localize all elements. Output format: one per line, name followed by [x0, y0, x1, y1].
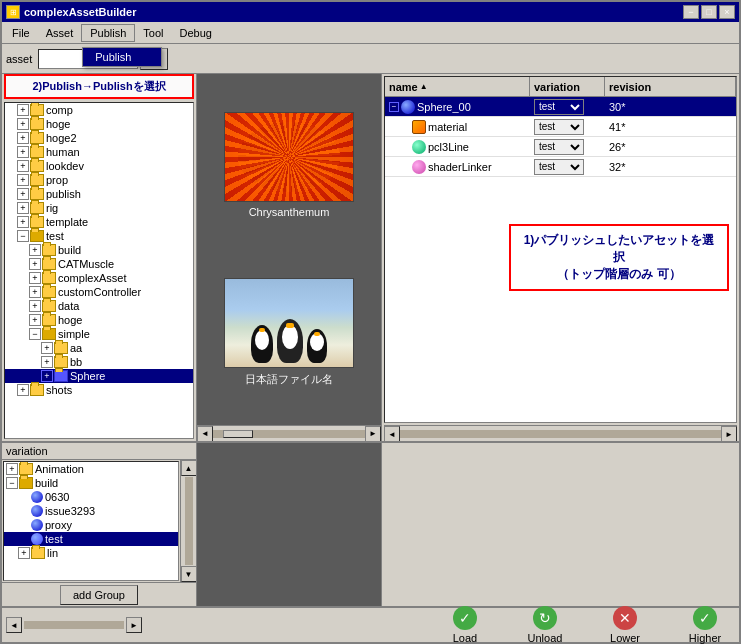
annotation-left: 2)Publish→Publishを選択 [4, 74, 194, 99]
center-scrollbar-h: ◄ ► [197, 425, 381, 441]
table-header: name ▲ variation revision [385, 77, 736, 97]
var-node-lin[interactable]: + lin [4, 546, 178, 560]
var-node-animation[interactable]: + Animation [4, 462, 178, 476]
variation-tree: + Animation − build [3, 461, 179, 581]
variation-scrollbar-v: ▲ ▼ [180, 460, 196, 582]
variation-select-sphere00[interactable]: test [534, 99, 584, 115]
menu-tool[interactable]: Tool [135, 25, 171, 41]
x-icon: ✕ [613, 606, 637, 630]
menu-file[interactable]: File [4, 25, 38, 41]
tree-node-simple[interactable]: − simple [5, 327, 193, 341]
window-title: complexAssetBuilder [24, 6, 136, 18]
var-scroll-up[interactable]: ▲ [181, 460, 197, 476]
tree-node-shots[interactable]: + shots [5, 383, 193, 397]
menu-publish[interactable]: Publish Publish [81, 24, 135, 42]
load-action[interactable]: ✓ Load [435, 606, 495, 644]
tree-node-hoge2[interactable]: + hoge2 [5, 131, 193, 145]
var-node-build[interactable]: − build [4, 476, 178, 490]
thumbnail-penguins [224, 278, 354, 368]
var-scroll-down[interactable]: ▼ [181, 566, 197, 582]
table-row-material[interactable]: material test 41* [385, 117, 736, 137]
lower-action[interactable]: ✕ Lower [595, 606, 655, 644]
tree-node-hoge[interactable]: + hoge [5, 117, 193, 131]
annotation-right: 1)パブリッシュしたいアセットを選択 （トップ階層のみ 可） [509, 224, 729, 291]
tree-node-test[interactable]: − test [5, 229, 193, 243]
tree-node-catmuscle[interactable]: + CATMuscle [5, 257, 193, 271]
table-row-shaderlinker[interactable]: shaderLinker test 32* [385, 157, 736, 177]
bottom-scroll-right[interactable]: ► [126, 617, 142, 633]
title-bar: ⊞ complexAssetBuilder − □ × [2, 2, 739, 22]
add-group-button[interactable]: add Group [60, 585, 138, 605]
tree-node-rig[interactable]: + rig [5, 201, 193, 215]
check-icon-2: ✓ [693, 606, 717, 630]
variation-select-pcl3line[interactable]: test [534, 139, 584, 155]
variation-panel-header: variation [2, 443, 196, 460]
scroll-track-h[interactable] [213, 430, 365, 438]
higher-action[interactable]: ✓ Higher [675, 606, 735, 644]
var-node-proxy[interactable]: proxy [4, 518, 178, 532]
tree-node-sphere[interactable]: + Sphere [5, 369, 193, 383]
check-icon: ✓ [453, 606, 477, 630]
scroll-right-btn[interactable]: ► [365, 426, 381, 442]
tree-node-lookdev[interactable]: + lookdev [5, 159, 193, 173]
tree-node-hoge-sub[interactable]: + hoge [5, 313, 193, 327]
menu-asset[interactable]: Asset [38, 25, 82, 41]
variation-select-material[interactable]: test [534, 119, 584, 135]
toolbar-asset-label: asset [6, 53, 32, 65]
publish-dropdown: Publish [82, 47, 162, 67]
tree-node-comp[interactable]: + comp [5, 103, 193, 117]
tree-node-aa[interactable]: + aa [5, 341, 193, 355]
image-panel: Chrysanthemum [197, 74, 381, 425]
higher-label: Higher [689, 632, 721, 644]
var-node-issue3293[interactable]: issue3293 [4, 504, 178, 518]
unload-label: Unload [528, 632, 563, 644]
maximize-button[interactable]: □ [701, 5, 717, 19]
menu-debug[interactable]: Debug [172, 25, 220, 41]
var-node-test[interactable]: test [4, 532, 178, 546]
app-icon: ⊞ [6, 5, 20, 19]
chrysanthemum-label: Chrysanthemum [249, 206, 330, 218]
tree-node-human[interactable]: + human [5, 145, 193, 159]
var-node-0630[interactable]: 0630 [4, 490, 178, 504]
th-revision[interactable]: revision [605, 77, 736, 96]
right-scroll-left[interactable]: ◄ [384, 426, 400, 441]
add-group-bar: add Group [2, 582, 196, 606]
scroll-left-btn[interactable]: ◄ [197, 426, 213, 442]
penguins-label: 日本語ファイル名 [245, 372, 333, 387]
var-scroll-track[interactable] [185, 477, 193, 565]
tree-node-build[interactable]: + build [5, 243, 193, 257]
close-button[interactable]: × [719, 5, 735, 19]
tree-node-complexasset[interactable]: + complexAsset [5, 271, 193, 285]
minimize-button[interactable]: − [683, 5, 699, 19]
right-scroll-right[interactable]: ► [721, 426, 737, 441]
status-bar: ◄ ► ✓ Load ↻ Unload ✕ Lower ✓ Higher [2, 606, 739, 642]
table-row-sphere00[interactable]: − Sphere_00 test 30* [385, 97, 736, 117]
variation-select-shaderlinker[interactable]: test [534, 159, 584, 175]
bottom-scroll-left[interactable]: ◄ [6, 617, 22, 633]
thumbnail-chrysanthemum [224, 112, 354, 202]
th-name[interactable]: name ▲ [385, 77, 530, 96]
tree-node-template[interactable]: + template [5, 215, 193, 229]
load-label: Load [453, 632, 477, 644]
tree-node-data[interactable]: + data [5, 299, 193, 313]
th-variation[interactable]: variation [530, 77, 605, 96]
lower-label: Lower [610, 632, 640, 644]
publish-dropdown-item[interactable]: Publish [83, 48, 161, 66]
tree-node-publish[interactable]: + publish [5, 187, 193, 201]
tree-node-bb[interactable]: + bb [5, 355, 193, 369]
tree-node-customcontroller[interactable]: + customController [5, 285, 193, 299]
menu-bar: File Asset Publish Publish Tool Debug [2, 22, 739, 44]
refresh-icon: ↻ [533, 606, 557, 630]
left-tree: + comp + hoge + hoge2 [4, 102, 194, 439]
table-row-pcl3line[interactable]: pcl3Line test 26* [385, 137, 736, 157]
tree-node-prop[interactable]: + prop [5, 173, 193, 187]
unload-action[interactable]: ↻ Unload [515, 606, 575, 644]
